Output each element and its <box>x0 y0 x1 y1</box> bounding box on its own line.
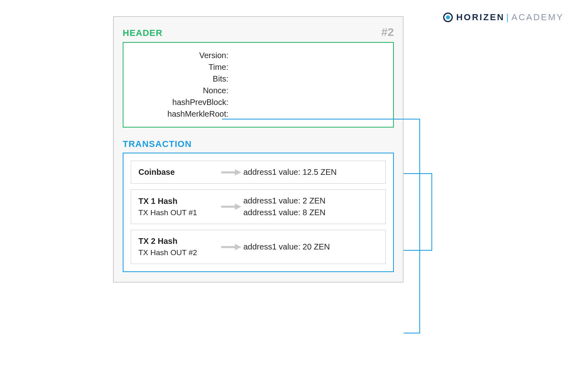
svg-marker-5 <box>235 244 241 250</box>
header-label: HEADER <box>123 28 163 38</box>
block-number: #2 <box>381 26 394 39</box>
tx-coinbase: Coinbase address1 value: 12.5 ZEN <box>131 161 386 184</box>
brand-logo: HORIZEN | ACADEMY <box>443 12 564 23</box>
tx-left: TX 2 Hash TX Hash OUT #2 <box>138 237 219 257</box>
arrow-icon <box>219 168 243 176</box>
tx-left: TX 1 Hash TX Hash OUT #1 <box>138 197 219 217</box>
svg-marker-1 <box>235 169 241 176</box>
tx-title: Coinbase <box>138 168 219 177</box>
tx-outputs: address1 value: 2 ZEN address1 value: 8 … <box>243 196 325 217</box>
tx-output: address1 value: 12.5 ZEN <box>243 168 337 177</box>
transaction-label: TRANSACTION <box>123 139 394 149</box>
tx-1: TX 1 Hash TX Hash OUT #1 address1 value:… <box>131 189 386 224</box>
tx-sub: TX Hash OUT #1 <box>138 208 219 217</box>
field-version: Version: <box>132 51 228 60</box>
block-container: HEADER #2 Version: Time: Bits: Nonce: ha… <box>113 16 404 283</box>
tx-left: Coinbase <box>138 168 219 177</box>
transaction-box: Coinbase address1 value: 12.5 ZEN TX 1 H… <box>123 153 394 272</box>
field-nonce: Nonce: <box>132 86 228 95</box>
tx-title: TX 2 Hash <box>138 237 219 246</box>
tx-2: TX 2 Hash TX Hash OUT #2 address1 value:… <box>131 230 386 264</box>
field-bits: Bits: <box>132 74 228 84</box>
field-hashprevblock: hashPrevBlock: <box>132 98 228 107</box>
block-header-row: HEADER #2 <box>123 26 394 39</box>
tx-title: TX 1 Hash <box>138 197 219 206</box>
logo-sub: ACADEMY <box>511 12 564 23</box>
field-hashmerkleroot: hashMerkleRoot: <box>132 109 228 119</box>
svg-marker-3 <box>235 203 241 210</box>
arrow-icon <box>219 203 243 211</box>
tx-outputs: address1 value: 20 ZEN <box>243 242 330 252</box>
field-time: Time: <box>132 63 228 72</box>
transaction-label-row: TRANSACTION <box>123 139 394 149</box>
tx-outputs: address1 value: 12.5 ZEN <box>243 168 337 177</box>
logo-brand: HORIZEN <box>456 12 504 23</box>
tx-output: address1 value: 2 ZEN <box>243 196 325 205</box>
header-box: Version: Time: Bits: Nonce: hashPrevBloc… <box>123 42 394 128</box>
tx-output: address1 value: 8 ZEN <box>243 208 325 217</box>
tx-output: address1 value: 20 ZEN <box>243 242 330 252</box>
logo-mark-icon <box>443 13 453 22</box>
tx-sub: TX Hash OUT #2 <box>138 248 219 257</box>
logo-separator: | <box>506 12 510 23</box>
header-fields: Version: Time: Bits: Nonce: hashPrevBloc… <box>132 51 385 119</box>
arrow-icon <box>219 243 243 251</box>
